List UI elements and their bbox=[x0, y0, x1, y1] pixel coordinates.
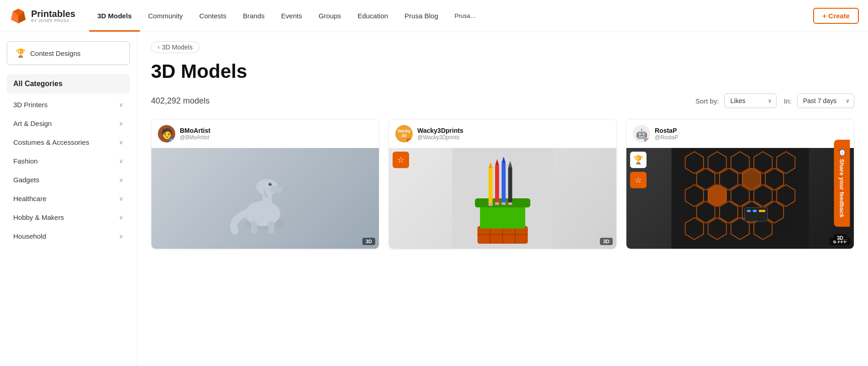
model-card-3[interactable]: 🤖 19 RostaP @RostaP 🏆 ☆ bbox=[626, 119, 854, 249]
card-header-2: Wacky 3D 10 Wacky3Dprints @Wacky3Dprints bbox=[389, 120, 616, 148]
nav-item-contests[interactable]: Contests bbox=[191, 0, 235, 32]
sidebar-item-healthcare[interactable]: Healthcare ∨ bbox=[7, 189, 130, 208]
nav-item-community[interactable]: Community bbox=[140, 0, 191, 32]
sidebar-item-3d-printers[interactable]: 3D Printers ∨ bbox=[7, 95, 130, 114]
nav-item-events[interactable]: Events bbox=[273, 0, 310, 32]
svg-marker-11 bbox=[253, 193, 258, 202]
svg-point-9 bbox=[269, 183, 272, 186]
svg-rect-15 bbox=[268, 221, 274, 234]
user-handle-3: @RostaP bbox=[655, 134, 679, 141]
nav-item-brands[interactable]: Brands bbox=[235, 0, 273, 32]
svg-rect-35 bbox=[508, 202, 512, 205]
chevron-down-icon: ∨ bbox=[119, 120, 124, 127]
model-card-2[interactable]: Wacky 3D 10 Wacky3Dprints @Wacky3Dprints… bbox=[388, 119, 617, 249]
svg-rect-27 bbox=[495, 166, 499, 205]
logo[interactable]: Printables BY JOSEF PRUSA bbox=[9, 7, 75, 25]
feedback-icon: 💬 bbox=[839, 149, 846, 156]
page-title: 3D Models bbox=[151, 60, 854, 82]
sort-select[interactable]: Likes Downloads Newest bbox=[724, 93, 776, 108]
nav-item-3d-models[interactable]: 3D Models bbox=[89, 0, 140, 32]
nav-item-more[interactable]: Prusa… bbox=[446, 0, 484, 32]
chevron-down-icon: ∨ bbox=[119, 214, 124, 221]
username-2: Wacky3Dprints bbox=[417, 127, 464, 134]
filter-controls: Sort by: Likes Downloads Newest In: Past… bbox=[695, 93, 854, 108]
nav-item-prusa-blog[interactable]: Prusa Blog bbox=[396, 0, 446, 32]
user-handle-2: @Wacky3Dprints bbox=[417, 134, 464, 141]
feedback-tab[interactable]: 💬 Share your feedback bbox=[834, 140, 850, 227]
page-layout: 🏆 Contest Designs All Categories 3D Prin… bbox=[0, 32, 868, 366]
filter-bar: 402,292 models Sort by: Likes Downloads … bbox=[151, 93, 854, 108]
chevron-down-icon: ∨ bbox=[119, 139, 124, 146]
sidebar-item-household[interactable]: Household ∨ bbox=[7, 227, 130, 246]
svg-rect-36 bbox=[672, 148, 809, 249]
user-info-3: RostaP @RostaP bbox=[655, 127, 679, 141]
hex-panel-illustration bbox=[626, 148, 854, 249]
avatar-badge-1: 11 bbox=[169, 138, 175, 142]
svg-rect-29 bbox=[495, 202, 499, 205]
time-select[interactable]: Past 7 days Past 30 days All time bbox=[797, 93, 854, 108]
username-1: BMoArtist bbox=[180, 127, 210, 134]
trophy-button-3[interactable]: 🏆 bbox=[630, 152, 647, 168]
avatar-badge-3: 19 bbox=[644, 138, 650, 142]
model-card-1[interactable]: 🧑 11 BMoArtist @BMoArtist bbox=[151, 119, 379, 249]
svg-rect-33 bbox=[508, 167, 512, 204]
cards-grid: 🧑 11 BMoArtist @BMoArtist bbox=[151, 119, 854, 249]
svg-rect-26 bbox=[489, 202, 493, 206]
card-header-3: 🤖 19 RostaP @RostaP bbox=[626, 120, 854, 148]
sidebar-item-fashion[interactable]: Fashion ∨ bbox=[7, 152, 130, 170]
time-select-wrapper[interactable]: Past 7 days Past 30 days All time bbox=[797, 93, 854, 108]
username-3: RostaP bbox=[655, 127, 679, 134]
card-badge-3d-3: 3D bbox=[834, 234, 846, 241]
create-button[interactable]: + Create bbox=[813, 8, 859, 24]
main-nav: 3D Models Community Contests Brands Even… bbox=[89, 0, 814, 32]
user-info-1: BMoArtist @BMoArtist bbox=[180, 127, 210, 141]
sidebar-item-hobby-makers[interactable]: Hobby & Makers ∨ bbox=[7, 208, 130, 227]
avatar-3: 🤖 19 bbox=[633, 125, 650, 142]
svg-rect-62 bbox=[747, 210, 751, 212]
card-image-3: 🏆 ☆ bbox=[626, 148, 854, 249]
pencil-holder-illustration bbox=[389, 148, 616, 249]
sidebar-item-gadgets[interactable]: Gadgets ∨ bbox=[7, 170, 130, 189]
chevron-down-icon: ∨ bbox=[119, 233, 124, 240]
contest-designs-button[interactable]: 🏆 Contest Designs bbox=[7, 41, 130, 65]
favorite-star-button-3[interactable]: ☆ bbox=[630, 172, 647, 188]
svg-rect-63 bbox=[753, 210, 757, 212]
avatar-2: Wacky 3D 10 bbox=[395, 125, 413, 142]
svg-point-10 bbox=[270, 183, 271, 184]
nav-item-groups[interactable]: Groups bbox=[310, 0, 349, 32]
breadcrumb: ‹ 3D Models bbox=[151, 41, 854, 53]
logo-sub: BY JOSEF PRUSA bbox=[31, 18, 75, 23]
svg-rect-61 bbox=[745, 208, 768, 221]
avatar-1: 🧑 11 bbox=[158, 125, 175, 142]
dino-illustration bbox=[151, 148, 379, 249]
svg-rect-24 bbox=[489, 168, 493, 206]
sidebar-item-art-design[interactable]: Art & Design ∨ bbox=[7, 114, 130, 133]
sort-select-wrapper[interactable]: Likes Downloads Newest bbox=[724, 93, 776, 108]
svg-rect-64 bbox=[759, 210, 766, 212]
svg-point-8 bbox=[270, 185, 282, 193]
favorite-star-button-2[interactable]: ☆ bbox=[393, 152, 409, 168]
nav-item-education[interactable]: Education bbox=[349, 0, 396, 32]
chevron-down-icon: ∨ bbox=[119, 158, 124, 164]
svg-rect-32 bbox=[501, 202, 506, 205]
card-image-2: ☆ bbox=[389, 148, 616, 249]
all-categories-label: All Categories bbox=[7, 74, 130, 93]
chevron-down-icon: ∨ bbox=[119, 176, 124, 183]
sidebar-item-costumes-accessories[interactable]: Costumes & Accessories ∨ bbox=[7, 133, 130, 152]
user-info-2: Wacky3Dprints @Wacky3Dprints bbox=[417, 127, 464, 141]
card-header-1: 🧑 11 BMoArtist @BMoArtist bbox=[151, 120, 379, 148]
chevron-down-icon: ∨ bbox=[119, 101, 124, 108]
models-count: 402,292 models bbox=[151, 96, 210, 106]
user-handle-1: @BMoArtist bbox=[180, 134, 210, 141]
sidebar: 🏆 Contest Designs All Categories 3D Prin… bbox=[0, 32, 137, 366]
chevron-down-icon: ∨ bbox=[119, 195, 124, 202]
breadcrumb-3d-models[interactable]: ‹ 3D Models bbox=[151, 41, 199, 53]
svg-rect-14 bbox=[251, 221, 257, 234]
card-image-1: 3D bbox=[151, 148, 379, 249]
card-badge-3d-2: 3D bbox=[600, 238, 613, 245]
sort-by-label: Sort by: bbox=[695, 97, 719, 105]
svg-rect-30 bbox=[501, 163, 506, 205]
badge-row-3: 3D ⚙ FFF bbox=[828, 238, 850, 245]
logo-icon bbox=[9, 7, 27, 25]
header: Printables BY JOSEF PRUSA 3D Models Comm… bbox=[0, 0, 868, 32]
